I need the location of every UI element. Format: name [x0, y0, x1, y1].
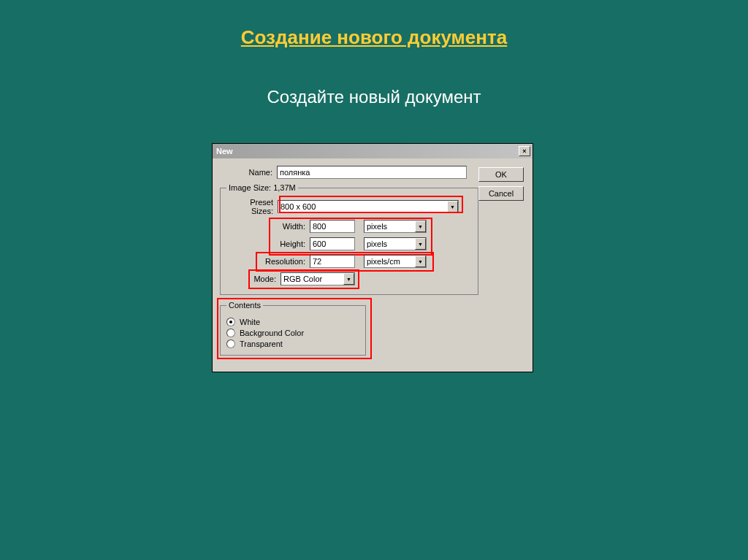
- height-label: Height:: [269, 239, 310, 248]
- cancel-button[interactable]: Cancel: [478, 186, 524, 201]
- resolution-unit-value: pixels/cm: [367, 257, 400, 266]
- close-icon[interactable]: ×: [519, 146, 530, 156]
- dialog-action-buttons: OK Cancel: [478, 167, 524, 205]
- slide-title: Создание нового документа: [0, 26, 748, 49]
- mode-label: Mode:: [248, 275, 280, 283]
- contents-transparent-radio[interactable]: Transparent: [226, 340, 359, 348]
- width-input[interactable]: [310, 220, 355, 233]
- contents-group: Contents White Background Color Transpar…: [220, 301, 366, 356]
- titlebar: New ×: [213, 144, 533, 158]
- mode-select[interactable]: RGB Color ▼: [280, 272, 355, 285]
- chevron-down-icon[interactable]: ▼: [415, 238, 426, 250]
- contents-white-label: White: [240, 318, 260, 326]
- height-unit-select[interactable]: pixels ▼: [364, 237, 427, 250]
- height-input[interactable]: [310, 237, 355, 250]
- height-unit-value: pixels: [367, 239, 387, 248]
- contents-bg-radio[interactable]: Background Color: [226, 329, 359, 337]
- width-unit-select[interactable]: pixels ▼: [364, 220, 427, 233]
- image-size-group: Image Size: 1,37M Preset Sizes: 800 x 60…: [220, 183, 478, 295]
- contents-legend: Contents: [226, 301, 263, 310]
- width-label: Width:: [269, 222, 310, 231]
- dialog-title: New: [215, 147, 519, 156]
- contents-white-radio[interactable]: White: [226, 318, 359, 326]
- radio-icon: [226, 318, 235, 326]
- name-label: Name:: [220, 168, 277, 177]
- chevron-down-icon[interactable]: ▼: [447, 201, 458, 212]
- width-unit-value: pixels: [367, 222, 387, 231]
- contents-transparent-label: Transparent: [240, 340, 283, 348]
- radio-icon: [226, 329, 235, 337]
- chevron-down-icon[interactable]: ▼: [415, 256, 426, 267]
- radio-icon: [226, 340, 235, 348]
- resolution-label: Resolution:: [256, 257, 310, 266]
- resolution-unit-select[interactable]: pixels/cm ▼: [364, 255, 427, 268]
- new-document-dialog: New × OK Cancel Name: Image Size: 1,37M …: [212, 143, 533, 372]
- resolution-input[interactable]: [310, 255, 355, 268]
- ok-button[interactable]: OK: [478, 167, 524, 182]
- contents-bg-label: Background Color: [240, 329, 304, 337]
- chevron-down-icon[interactable]: ▼: [415, 220, 426, 232]
- preset-value: 800 x 600: [280, 202, 316, 211]
- mode-value: RGB Color: [283, 275, 322, 283]
- preset-label: Preset Sizes:: [226, 198, 278, 215]
- image-size-legend: Image Size: 1,37M: [226, 183, 298, 192]
- chevron-down-icon[interactable]: ▼: [343, 273, 354, 285]
- preset-sizes-select[interactable]: 800 x 600 ▼: [278, 200, 459, 213]
- name-row: Name:: [220, 166, 478, 179]
- name-input[interactable]: [277, 166, 467, 179]
- slide-subtitle: Создайте новый документ: [0, 87, 748, 107]
